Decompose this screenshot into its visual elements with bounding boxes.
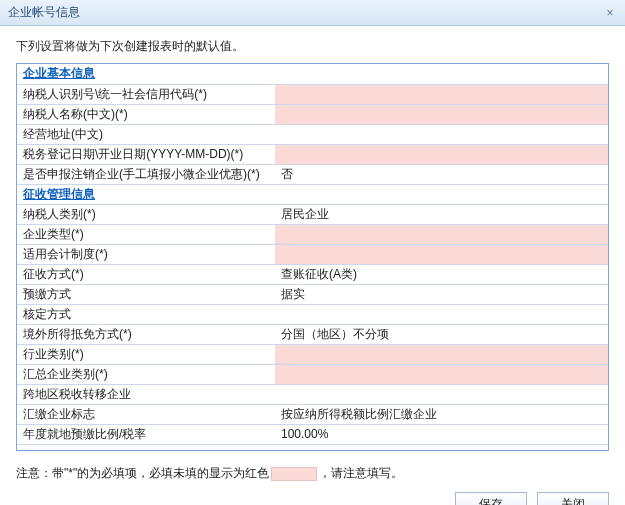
footnote-prefix: 注意：带"*"的为必填项，必填未填的显示为红色 bbox=[16, 465, 269, 482]
field-label: 适用会计制度(*) bbox=[17, 244, 275, 264]
field-label: 征收方式(*) bbox=[17, 264, 275, 284]
field-value[interactable] bbox=[275, 144, 608, 164]
field-label: 汇总企业类别(*) bbox=[17, 364, 275, 384]
save-button[interactable]: 保存 bbox=[455, 492, 527, 505]
field-label: 预缴方式 bbox=[17, 284, 275, 304]
section-header: 征收管理信息 bbox=[17, 184, 608, 204]
close-button[interactable]: 关闭 bbox=[537, 492, 609, 505]
field-label: 纳税人名称(中文)(*) bbox=[17, 104, 275, 124]
table-row: 适用会计制度(*) bbox=[17, 244, 608, 264]
form-table: 企业基本信息纳税人识别号\统一社会信用代码(*)纳税人名称(中文)(*)经营地址… bbox=[17, 64, 608, 445]
table-row: 经营地址(中文) bbox=[17, 124, 608, 144]
field-value[interactable]: 按应纳所得税额比例汇缴企业 bbox=[275, 404, 608, 424]
field-value[interactable] bbox=[275, 344, 608, 364]
table-row: 企业类型(*) bbox=[17, 224, 608, 244]
table-row: 征收方式(*)查账征收(A类) bbox=[17, 264, 608, 284]
field-value[interactable]: 查账征收(A类) bbox=[275, 264, 608, 284]
table-row: 境外所得抵免方式(*)分国（地区）不分项 bbox=[17, 324, 608, 344]
table-row: 汇总企业类别(*) bbox=[17, 364, 608, 384]
dialog-body: 下列设置将做为下次创建报表时的默认值。 企业基本信息纳税人识别号\统一社会信用代… bbox=[0, 26, 625, 482]
table-row: 纳税人名称(中文)(*) bbox=[17, 104, 608, 124]
field-label: 行业类别(*) bbox=[17, 344, 275, 364]
footnote-suffix: ，请注意填写。 bbox=[319, 465, 403, 482]
field-value[interactable] bbox=[275, 244, 608, 264]
table-row: 纳税人识别号\统一社会信用代码(*) bbox=[17, 84, 608, 104]
field-label: 纳税人识别号\统一社会信用代码(*) bbox=[17, 84, 275, 104]
section-header: 企业基本信息 bbox=[17, 64, 608, 84]
field-value[interactable]: 据实 bbox=[275, 284, 608, 304]
field-value[interactable] bbox=[275, 224, 608, 244]
field-label: 跨地区税收转移企业 bbox=[17, 384, 275, 404]
field-label: 是否申报注销企业(手工填报小微企业优惠)(*) bbox=[17, 164, 275, 184]
required-color-swatch bbox=[271, 467, 317, 481]
field-label: 核定方式 bbox=[17, 304, 275, 324]
table-row: 纳税人类别(*)居民企业 bbox=[17, 204, 608, 224]
table-row: 税务登记日期\开业日期(YYYY-MM-DD)(*) bbox=[17, 144, 608, 164]
field-label: 税务登记日期\开业日期(YYYY-MM-DD)(*) bbox=[17, 144, 275, 164]
form-panel: 企业基本信息纳税人识别号\统一社会信用代码(*)纳税人名称(中文)(*)经营地址… bbox=[16, 63, 609, 451]
field-label: 境外所得抵免方式(*) bbox=[17, 324, 275, 344]
table-row: 是否申报注销企业(手工填报小微企业优惠)(*)否 bbox=[17, 164, 608, 184]
table-row: 预缴方式据实 bbox=[17, 284, 608, 304]
table-row: 行业类别(*) bbox=[17, 344, 608, 364]
field-value[interactable] bbox=[275, 124, 608, 144]
window-title: 企业帐号信息 bbox=[8, 4, 80, 21]
button-bar: 保存 关闭 bbox=[0, 482, 625, 505]
field-value[interactable] bbox=[275, 84, 608, 104]
intro-text: 下列设置将做为下次创建报表时的默认值。 bbox=[16, 38, 609, 55]
close-icon[interactable]: × bbox=[601, 4, 619, 22]
field-value[interactable] bbox=[275, 364, 608, 384]
table-row: 跨地区税收转移企业 bbox=[17, 384, 608, 404]
field-value[interactable]: 居民企业 bbox=[275, 204, 608, 224]
table-row: 核定方式 bbox=[17, 304, 608, 324]
table-row: 汇缴企业标志按应纳所得税额比例汇缴企业 bbox=[17, 404, 608, 424]
footnote: 注意：带"*"的为必填项，必填未填的显示为红色 ，请注意填写。 bbox=[16, 465, 609, 482]
field-label: 企业类型(*) bbox=[17, 224, 275, 244]
field-label: 汇缴企业标志 bbox=[17, 404, 275, 424]
field-value[interactable] bbox=[275, 104, 608, 124]
field-value[interactable] bbox=[275, 304, 608, 324]
field-value[interactable]: 分国（地区）不分项 bbox=[275, 324, 608, 344]
field-label: 年度就地预缴比例/税率 bbox=[17, 424, 275, 444]
field-label: 纳税人类别(*) bbox=[17, 204, 275, 224]
table-row: 年度就地预缴比例/税率100.00% bbox=[17, 424, 608, 444]
field-value[interactable]: 100.00% bbox=[275, 424, 608, 444]
titlebar: 企业帐号信息 × bbox=[0, 0, 625, 26]
field-value[interactable] bbox=[275, 384, 608, 404]
field-label: 经营地址(中文) bbox=[17, 124, 275, 144]
field-value[interactable]: 否 bbox=[275, 164, 608, 184]
